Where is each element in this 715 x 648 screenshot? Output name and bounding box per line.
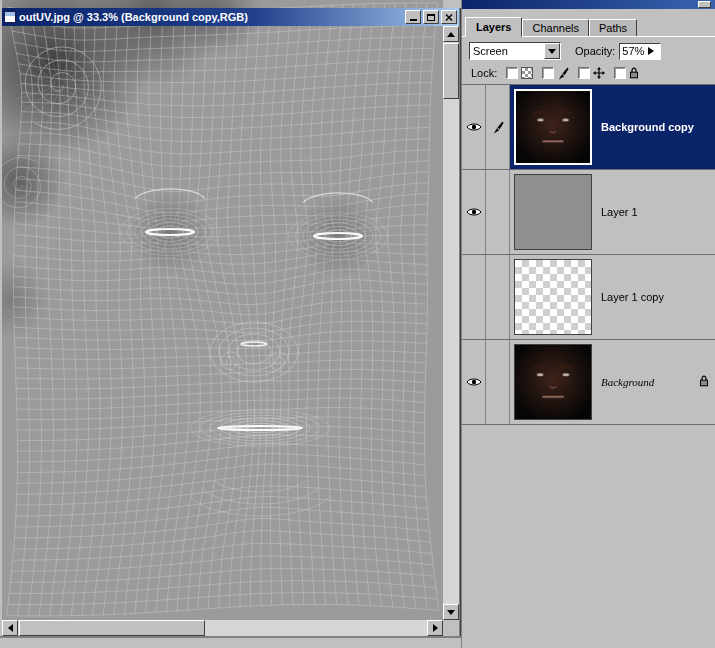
document-title: outUV.jpg @ 33.3% (Background copy,RGB) bbox=[19, 11, 405, 23]
layer-name: Layer 1 copy bbox=[601, 291, 664, 303]
edit-indicator-cell[interactable] bbox=[486, 255, 510, 339]
opacity-slider-arrow-icon[interactable] bbox=[648, 47, 658, 55]
layer-name: Background copy bbox=[601, 121, 694, 133]
eye-icon bbox=[466, 207, 482, 217]
palette-close-button[interactable] bbox=[698, 1, 711, 8]
edit-indicator-cell[interactable] bbox=[486, 170, 510, 254]
scroll-left-button[interactable] bbox=[2, 620, 18, 636]
visibility-toggle[interactable] bbox=[462, 255, 486, 339]
scroll-down-button[interactable] bbox=[443, 604, 459, 620]
lock-controls: Lock: bbox=[462, 64, 715, 82]
tab-channels[interactable]: Channels bbox=[522, 19, 588, 37]
close-button[interactable] bbox=[441, 10, 457, 24]
blend-mode-value: Screen bbox=[470, 43, 544, 59]
layers-palette: Layers Channels Paths Screen Opacity: 57… bbox=[461, 0, 715, 648]
scroll-right-button[interactable] bbox=[427, 620, 443, 636]
visibility-toggle[interactable] bbox=[462, 85, 486, 169]
lock-transparency-checkbox[interactable] bbox=[506, 67, 518, 79]
lock-position-checkbox[interactable] bbox=[578, 67, 590, 79]
arrow-up-icon bbox=[447, 28, 455, 37]
eye-icon bbox=[466, 122, 482, 132]
uv-wireframe-image[interactable] bbox=[2, 0, 443, 620]
layer-lock-icon bbox=[699, 375, 709, 389]
palette-tabs: Layers Channels Paths bbox=[465, 12, 637, 37]
paintbrush-icon bbox=[557, 67, 569, 80]
layer-thumbnail[interactable] bbox=[514, 259, 592, 335]
horizontal-scroll-thumb[interactable] bbox=[19, 620, 205, 636]
visibility-toggle[interactable] bbox=[462, 340, 486, 424]
opacity-label: Opacity: bbox=[575, 45, 615, 57]
layer-name: Layer 1 bbox=[601, 206, 638, 218]
window-buttons bbox=[405, 10, 457, 24]
dropdown-button[interactable] bbox=[544, 43, 560, 59]
opacity-field[interactable]: 57% bbox=[619, 43, 661, 60]
palette-titlebar[interactable] bbox=[462, 0, 715, 9]
layer-row-layer-1[interactable]: Layer 1 bbox=[462, 170, 715, 255]
minimize-icon bbox=[410, 19, 417, 21]
layer-row-layer-1-copy[interactable]: Layer 1 copy bbox=[462, 255, 715, 340]
maximize-button[interactable] bbox=[423, 10, 439, 24]
arrow-left-icon bbox=[4, 624, 13, 632]
document-icon bbox=[4, 11, 16, 23]
layer-name: Background bbox=[601, 376, 654, 388]
edit-indicator-cell[interactable] bbox=[486, 340, 510, 424]
horizontal-scrollbar[interactable] bbox=[2, 620, 443, 636]
layers-list: Background copy Layer 1 Layer 1 copy bbox=[462, 84, 715, 425]
tab-layers[interactable]: Layers bbox=[465, 17, 522, 37]
edit-indicator-cell[interactable] bbox=[486, 85, 510, 169]
eye-icon bbox=[466, 377, 482, 387]
blend-controls: Screen Opacity: 57% bbox=[462, 40, 715, 62]
scroll-up-button[interactable] bbox=[443, 26, 459, 42]
move-icon bbox=[593, 67, 605, 79]
photoshop-screen: outUV.jpg @ 33.3% (Background copy,RGB) … bbox=[0, 0, 715, 648]
document-titlebar[interactable]: outUV.jpg @ 33.3% (Background copy,RGB) bbox=[2, 8, 459, 26]
opacity-value: 57% bbox=[622, 45, 646, 57]
chevron-down-icon bbox=[548, 49, 556, 58]
padlock-icon bbox=[629, 67, 639, 79]
lock-image-checkbox[interactable] bbox=[542, 67, 554, 79]
visibility-toggle[interactable] bbox=[462, 170, 486, 254]
window-bottom-border bbox=[0, 636, 461, 638]
close-icon bbox=[445, 14, 453, 21]
layer-row-background-copy[interactable]: Background copy bbox=[462, 85, 715, 170]
tab-paths[interactable]: Paths bbox=[589, 19, 637, 37]
layer-thumbnail[interactable] bbox=[514, 89, 592, 165]
vertical-scroll-thumb[interactable] bbox=[443, 43, 459, 99]
minimize-button[interactable] bbox=[405, 10, 421, 24]
arrow-right-icon bbox=[433, 624, 442, 632]
brush-icon bbox=[492, 121, 504, 134]
lock-label: Lock: bbox=[471, 67, 497, 79]
layer-thumbnail[interactable] bbox=[514, 174, 592, 250]
vertical-scrollbar[interactable] bbox=[443, 26, 459, 620]
layer-row-background[interactable]: Background bbox=[462, 340, 715, 425]
maximize-icon bbox=[427, 14, 435, 21]
blend-mode-select[interactable]: Screen bbox=[469, 42, 561, 60]
arrow-down-icon bbox=[447, 610, 455, 619]
lock-all-checkbox[interactable] bbox=[614, 67, 626, 79]
transparency-icon bbox=[521, 67, 533, 79]
layer-thumbnail[interactable] bbox=[514, 344, 592, 420]
